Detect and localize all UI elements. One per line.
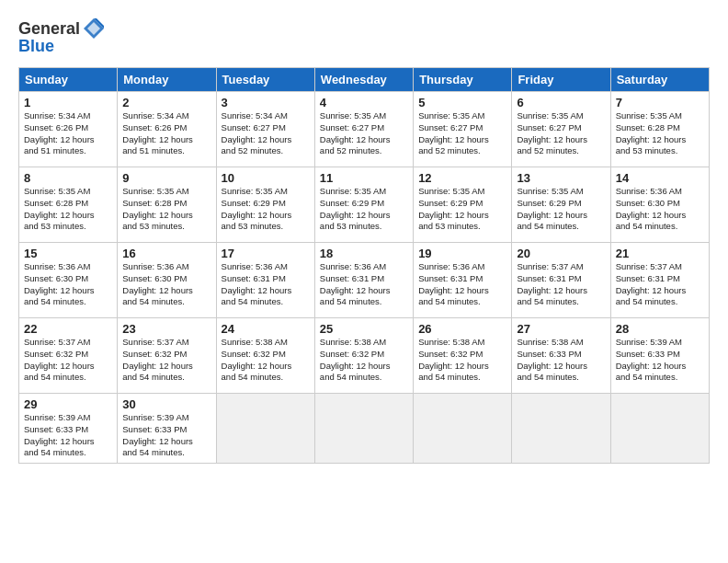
calendar-cell: 12Sunrise: 5:35 AMSunset: 6:29 PMDayligh…	[414, 167, 512, 243]
day-info: Sunrise: 5:36 AMSunset: 6:31 PMDaylight:…	[320, 261, 408, 308]
day-info: Sunrise: 5:35 AMSunset: 6:29 PMDaylight:…	[418, 186, 506, 233]
calendar-cell: 14Sunrise: 5:36 AMSunset: 6:30 PMDayligh…	[610, 167, 709, 243]
day-number: 28	[616, 322, 704, 336]
day-number: 24	[222, 322, 310, 336]
logo-blue: Blue	[18, 37, 54, 56]
day-number: 21	[616, 247, 704, 260]
logo: General Blue	[18, 17, 106, 56]
day-number: 29	[24, 397, 112, 411]
day-info: Sunrise: 5:36 AMSunset: 6:31 PMDaylight:…	[418, 261, 506, 308]
day-number: 19	[418, 247, 506, 260]
day-info: Sunrise: 5:38 AMSunset: 6:32 PMDaylight:…	[320, 337, 408, 384]
calendar-cell: 2Sunrise: 5:34 AMSunset: 6:26 PMDaylight…	[118, 92, 216, 167]
day-number: 9	[122, 171, 210, 185]
day-number: 5	[418, 96, 506, 109]
day-number: 4	[320, 96, 408, 109]
calendar-cell: 11Sunrise: 5:35 AMSunset: 6:29 PMDayligh…	[314, 167, 413, 243]
day-info: Sunrise: 5:35 AMSunset: 6:27 PMDaylight:…	[320, 110, 408, 157]
day-info: Sunrise: 5:37 AMSunset: 6:31 PMDaylight:…	[616, 261, 704, 308]
day-number: 2	[122, 96, 210, 109]
calendar-cell	[216, 394, 314, 464]
weekday-header: Saturday	[610, 68, 709, 92]
calendar-cell: 18Sunrise: 5:36 AMSunset: 6:31 PMDayligh…	[314, 243, 413, 318]
weekday-header: Sunday	[19, 68, 118, 92]
calendar-cell	[610, 394, 709, 464]
day-number: 7	[616, 96, 704, 109]
calendar-cell: 22Sunrise: 5:37 AMSunset: 6:32 PMDayligh…	[19, 318, 118, 394]
calendar-cell	[512, 394, 610, 464]
day-number: 14	[616, 171, 704, 185]
calendar-cell: 26Sunrise: 5:38 AMSunset: 6:32 PMDayligh…	[414, 318, 512, 394]
calendar-cell: 3Sunrise: 5:34 AMSunset: 6:27 PMDaylight…	[216, 92, 314, 167]
day-number: 3	[222, 96, 310, 109]
day-number: 25	[320, 322, 408, 336]
day-info: Sunrise: 5:35 AMSunset: 6:28 PMDaylight:…	[24, 186, 112, 233]
day-info: Sunrise: 5:38 AMSunset: 6:32 PMDaylight:…	[418, 337, 506, 384]
calendar-cell: 7Sunrise: 5:35 AMSunset: 6:28 PMDaylight…	[610, 92, 709, 167]
day-info: Sunrise: 5:35 AMSunset: 6:29 PMDaylight:…	[320, 186, 408, 233]
calendar-cell: 6Sunrise: 5:35 AMSunset: 6:27 PMDaylight…	[512, 92, 610, 167]
day-info: Sunrise: 5:38 AMSunset: 6:33 PMDaylight:…	[517, 337, 605, 384]
weekday-header: Friday	[512, 68, 610, 92]
calendar-cell: 5Sunrise: 5:35 AMSunset: 6:27 PMDaylight…	[414, 92, 512, 167]
calendar-cell: 4Sunrise: 5:35 AMSunset: 6:27 PMDaylight…	[314, 92, 413, 167]
weekday-header: Monday	[118, 68, 216, 92]
day-number: 6	[517, 96, 605, 109]
day-info: Sunrise: 5:35 AMSunset: 6:29 PMDaylight:…	[222, 186, 310, 233]
day-info: Sunrise: 5:38 AMSunset: 6:32 PMDaylight:…	[222, 337, 310, 384]
day-number: 16	[122, 247, 210, 260]
day-number: 13	[517, 171, 605, 185]
logo-general: General	[18, 19, 80, 39]
weekday-header: Thursday	[414, 68, 512, 92]
day-info: Sunrise: 5:35 AMSunset: 6:27 PMDaylight:…	[517, 110, 605, 157]
logo-icon	[82, 17, 106, 40]
calendar-cell: 21Sunrise: 5:37 AMSunset: 6:31 PMDayligh…	[610, 243, 709, 318]
calendar-cell: 13Sunrise: 5:35 AMSunset: 6:29 PMDayligh…	[512, 167, 610, 243]
calendar-cell: 24Sunrise: 5:38 AMSunset: 6:32 PMDayligh…	[216, 318, 314, 394]
day-info: Sunrise: 5:35 AMSunset: 6:28 PMDaylight:…	[122, 186, 210, 233]
calendar-cell	[414, 394, 512, 464]
day-info: Sunrise: 5:34 AMSunset: 6:26 PMDaylight:…	[24, 110, 112, 157]
calendar-cell: 29Sunrise: 5:39 AMSunset: 6:33 PMDayligh…	[19, 394, 118, 464]
day-info: Sunrise: 5:39 AMSunset: 6:33 PMDaylight:…	[122, 412, 210, 459]
calendar-cell: 19Sunrise: 5:36 AMSunset: 6:31 PMDayligh…	[414, 243, 512, 318]
calendar-cell: 25Sunrise: 5:38 AMSunset: 6:32 PMDayligh…	[314, 318, 413, 394]
calendar-cell	[314, 394, 413, 464]
day-info: Sunrise: 5:37 AMSunset: 6:32 PMDaylight:…	[122, 337, 210, 384]
day-info: Sunrise: 5:36 AMSunset: 6:30 PMDaylight:…	[616, 186, 704, 233]
day-info: Sunrise: 5:35 AMSunset: 6:29 PMDaylight:…	[517, 186, 605, 233]
calendar-cell: 16Sunrise: 5:36 AMSunset: 6:30 PMDayligh…	[118, 243, 216, 318]
day-info: Sunrise: 5:34 AMSunset: 6:27 PMDaylight:…	[222, 110, 310, 157]
day-number: 27	[517, 322, 605, 336]
calendar-cell: 27Sunrise: 5:38 AMSunset: 6:33 PMDayligh…	[512, 318, 610, 394]
day-number: 20	[517, 247, 605, 260]
header: General Blue	[18, 17, 710, 56]
day-info: Sunrise: 5:35 AMSunset: 6:27 PMDaylight:…	[418, 110, 506, 157]
day-info: Sunrise: 5:35 AMSunset: 6:28 PMDaylight:…	[616, 110, 704, 157]
day-info: Sunrise: 5:39 AMSunset: 6:33 PMDaylight:…	[24, 412, 112, 459]
calendar-cell: 20Sunrise: 5:37 AMSunset: 6:31 PMDayligh…	[512, 243, 610, 318]
calendar-cell: 17Sunrise: 5:36 AMSunset: 6:31 PMDayligh…	[216, 243, 314, 318]
calendar-cell: 30Sunrise: 5:39 AMSunset: 6:33 PMDayligh…	[118, 394, 216, 464]
day-number: 11	[320, 171, 408, 185]
day-number: 1	[24, 96, 112, 109]
weekday-header: Tuesday	[216, 68, 314, 92]
day-info: Sunrise: 5:37 AMSunset: 6:31 PMDaylight:…	[517, 261, 605, 308]
day-number: 30	[122, 397, 210, 411]
calendar-cell: 8Sunrise: 5:35 AMSunset: 6:28 PMDaylight…	[19, 167, 118, 243]
day-info: Sunrise: 5:36 AMSunset: 6:31 PMDaylight:…	[222, 261, 310, 308]
day-number: 17	[222, 247, 310, 260]
page: General Blue SundayMondayTuesdayWednesda…	[0, 0, 728, 563]
weekday-header: Wednesday	[314, 68, 413, 92]
calendar-cell: 10Sunrise: 5:35 AMSunset: 6:29 PMDayligh…	[216, 167, 314, 243]
day-info: Sunrise: 5:37 AMSunset: 6:32 PMDaylight:…	[24, 337, 112, 384]
day-number: 15	[24, 247, 112, 260]
calendar-cell: 28Sunrise: 5:39 AMSunset: 6:33 PMDayligh…	[610, 318, 709, 394]
day-number: 22	[24, 322, 112, 336]
day-number: 8	[24, 171, 112, 185]
day-number: 10	[222, 171, 310, 185]
day-number: 18	[320, 247, 408, 260]
day-number: 23	[122, 322, 210, 336]
day-info: Sunrise: 5:36 AMSunset: 6:30 PMDaylight:…	[24, 261, 112, 308]
day-info: Sunrise: 5:39 AMSunset: 6:33 PMDaylight:…	[616, 337, 704, 384]
